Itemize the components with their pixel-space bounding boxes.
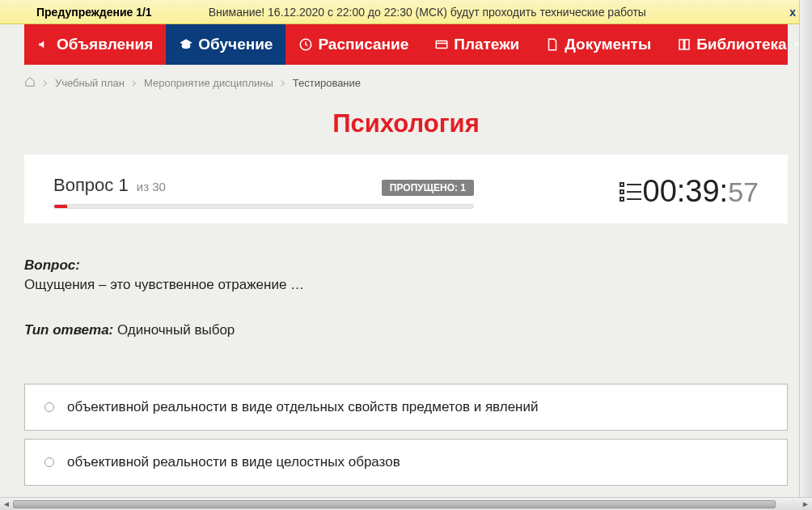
progress-bar xyxy=(53,204,474,209)
nav-label: Документы xyxy=(565,36,651,53)
alert-bar: Предупреждение 1/1 Внимание! 16.12.2020 … xyxy=(0,0,812,24)
nav-label: Платежи xyxy=(454,36,519,53)
answer-text: объективной реальности в виде целостных … xyxy=(67,454,400,470)
nav-label: Расписание xyxy=(318,36,408,53)
answer-option[interactable]: объективной реальности в виде отдельных … xyxy=(24,384,788,431)
megaphone-icon xyxy=(37,37,52,52)
page-title: Психология xyxy=(0,109,812,138)
nav-announcements[interactable]: Объявления xyxy=(24,24,166,65)
nav-label: Обучение xyxy=(198,36,273,53)
answer-type-label: Тип ответа: xyxy=(24,322,113,338)
breadcrumb-separator xyxy=(280,77,286,89)
document-icon xyxy=(545,37,560,52)
nav-payments[interactable]: Платежи xyxy=(421,24,532,65)
main-navbar: Объявления Обучение Расписание Платежи Д… xyxy=(24,24,788,65)
nav-label: Библиотека xyxy=(696,36,786,53)
svg-rect-3 xyxy=(620,183,624,186)
horizontal-scrollbar[interactable]: ◄ ► xyxy=(0,497,812,510)
radio-icon xyxy=(44,457,54,467)
question-text: Ощущения – это чувственное отражение … xyxy=(24,277,788,293)
svg-rect-4 xyxy=(620,190,624,193)
breadcrumb-link[interactable]: Учебный план xyxy=(55,77,125,89)
answer-text: объективной реальности в виде отдельных … xyxy=(67,399,539,415)
breadcrumb-separator xyxy=(131,77,137,89)
timer: 00:39:57 xyxy=(643,174,759,209)
svg-rect-5 xyxy=(620,198,624,201)
radio-icon xyxy=(44,402,54,412)
breadcrumb-current: Тестирование xyxy=(293,77,361,89)
nav-learning[interactable]: Обучение xyxy=(166,24,285,65)
question-number: Вопрос 1 из 30 xyxy=(53,175,166,196)
answer-option[interactable]: объективной реальности в виде целостных … xyxy=(24,439,788,486)
scroll-right-arrow[interactable]: ► xyxy=(799,499,812,510)
breadcrumbs: Учебный план Мероприятие дисциплины Тест… xyxy=(24,76,788,90)
progress-fill xyxy=(54,205,67,208)
nav-label: Объявления xyxy=(57,36,153,53)
breadcrumb-separator xyxy=(42,77,49,89)
svg-rect-1 xyxy=(436,41,447,49)
breadcrumb-link[interactable]: Мероприятие дисциплины xyxy=(144,77,273,89)
clock-icon xyxy=(298,37,313,52)
scroll-track[interactable] xyxy=(13,499,799,509)
alert-close-button[interactable]: x xyxy=(789,6,796,19)
scroll-thumb[interactable] xyxy=(13,500,776,508)
question-block: Вопрос: Ощущения – это чувственное отраж… xyxy=(24,257,788,338)
alert-title: Предупреждение 1/1 xyxy=(36,6,152,19)
card-icon xyxy=(434,37,449,52)
book-icon xyxy=(677,37,691,52)
vertical-scrollbar[interactable] xyxy=(799,0,812,497)
status-left: Вопрос 1 из 30 ПРОПУЩЕНО: 1 xyxy=(53,175,619,209)
alert-message: Внимание! 16.12.2020 с 22:00 до 22:30 (М… xyxy=(209,6,646,19)
nav-schedule[interactable]: Расписание xyxy=(285,24,421,65)
skipped-badge: ПРОПУЩЕНО: 1 xyxy=(382,180,474,196)
home-icon[interactable] xyxy=(24,76,36,90)
status-card: Вопрос 1 из 30 ПРОПУЩЕНО: 1 00:39:57 xyxy=(24,155,788,223)
question-list-button[interactable] xyxy=(619,181,643,203)
question-label: Вопрос: xyxy=(24,257,788,274)
nav-documents[interactable]: Документы xyxy=(532,24,664,65)
scroll-left-arrow[interactable]: ◄ xyxy=(0,499,13,510)
answers-list: объективной реальности в виде отдельных … xyxy=(24,384,788,486)
graduation-icon xyxy=(179,37,193,52)
nav-library[interactable]: Библиотека xyxy=(664,24,812,65)
